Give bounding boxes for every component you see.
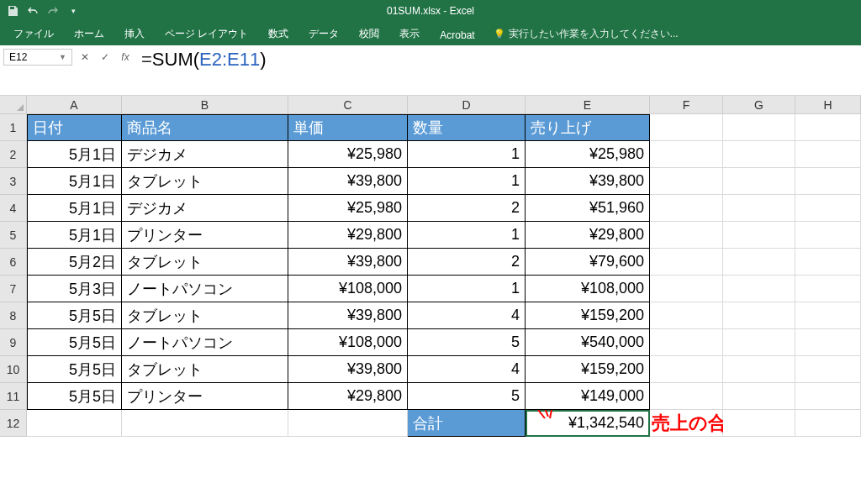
cell[interactable]: ¥25,980 [288, 141, 408, 168]
cell[interactable] [723, 356, 795, 383]
cell[interactable] [650, 329, 723, 356]
cell[interactable] [723, 168, 795, 195]
col-header-C[interactable]: C [288, 96, 408, 114]
cell[interactable] [795, 410, 861, 437]
cell[interactable] [723, 222, 795, 249]
cell[interactable]: プリンター [122, 222, 288, 249]
cell[interactable]: ¥51,960 [526, 195, 650, 222]
cell[interactable] [795, 249, 861, 276]
cell[interactable]: ¥108,000 [288, 276, 408, 302]
col-header-D[interactable]: D [408, 96, 526, 114]
cell[interactable]: ¥149,000 [526, 383, 650, 410]
tab-pagelayout[interactable]: ページ レイアウト [155, 23, 258, 45]
cell[interactable]: ¥25,980 [526, 141, 650, 168]
cell[interactable] [723, 302, 795, 329]
cell[interactable] [795, 356, 861, 383]
row-header-10[interactable]: 10 [0, 356, 27, 383]
insert-function-icon[interactable]: fx [116, 49, 135, 66]
cell[interactable] [723, 383, 795, 410]
cell[interactable] [723, 276, 795, 302]
cell[interactable]: タブレット [122, 356, 288, 383]
cell[interactable]: 5月2日 [27, 249, 122, 276]
tab-review[interactable]: 校閲 [349, 23, 389, 45]
cell[interactable]: ¥29,800 [288, 383, 408, 410]
row-header-8[interactable]: 8 [0, 302, 27, 329]
cell[interactable]: ¥29,800 [288, 222, 408, 249]
col-header-H[interactable]: H [795, 96, 861, 114]
cell[interactable] [650, 195, 723, 222]
cell[interactable]: 5月3日 [27, 276, 122, 302]
cell-C1[interactable]: 単価 [288, 114, 408, 141]
cell[interactable] [288, 410, 408, 437]
tab-file[interactable]: ファイル [3, 23, 64, 45]
enter-icon[interactable]: ✓ [96, 49, 114, 66]
cell[interactable]: ¥25,980 [288, 195, 408, 222]
cell[interactable]: ¥108,000 [288, 329, 408, 356]
cell[interactable]: 5 [408, 329, 526, 356]
cell[interactable]: ノートパソコン [122, 329, 288, 356]
cell[interactable]: ¥79,600 [526, 249, 650, 276]
cell[interactable]: 5月1日 [27, 141, 122, 168]
cell[interactable] [723, 195, 795, 222]
redo-icon[interactable] [45, 3, 61, 18]
cell[interactable]: ¥159,200 [526, 356, 650, 383]
cell-B1[interactable]: 商品名 [122, 114, 288, 141]
tell-me-search[interactable]: 💡 実行したい作業を入力してください... [485, 23, 687, 45]
cell[interactable]: タブレット [122, 168, 288, 195]
cell[interactable]: 5月1日 [27, 222, 122, 249]
tab-home[interactable]: ホーム [64, 23, 114, 45]
cell[interactable]: ¥108,000 [526, 276, 650, 302]
cell[interactable]: ¥540,000 [526, 329, 650, 356]
cell[interactable]: 5月5日 [27, 383, 122, 410]
cell[interactable] [723, 141, 795, 168]
cell-F1[interactable] [650, 114, 723, 141]
tab-acrobat[interactable]: Acrobat [430, 25, 484, 45]
qat-customize-icon[interactable]: ▾ [66, 3, 81, 18]
cell[interactable]: 1 [408, 141, 526, 168]
tab-view[interactable]: 表示 [389, 23, 430, 45]
cell[interactable]: 4 [408, 302, 526, 329]
cell[interactable] [795, 195, 861, 222]
cell[interactable] [723, 329, 795, 356]
cell[interactable] [122, 410, 288, 437]
cell[interactable]: 5 [408, 383, 526, 410]
cell[interactable]: ¥39,800 [288, 168, 408, 195]
row-header-4[interactable]: 4 [0, 195, 27, 222]
cell[interactable]: 5月1日 [27, 195, 122, 222]
row-header-2[interactable]: 2 [0, 141, 27, 168]
cell[interactable] [650, 222, 723, 249]
row-header-3[interactable]: 3 [0, 168, 27, 195]
cell[interactable] [650, 276, 723, 302]
cell[interactable]: ¥159,200 [526, 302, 650, 329]
cell[interactable] [650, 168, 723, 195]
cell[interactable] [650, 383, 723, 410]
cell[interactable] [795, 302, 861, 329]
save-icon[interactable] [5, 3, 20, 18]
cell[interactable] [650, 302, 723, 329]
cell-D1[interactable]: 数量 [408, 114, 526, 141]
row-header-7[interactable]: 7 [0, 276, 27, 302]
cell-total-label[interactable]: 合計 [408, 410, 526, 437]
cell[interactable]: 2 [408, 195, 526, 222]
row-header-9[interactable]: 9 [0, 329, 27, 356]
cell-A1[interactable]: 日付 [27, 114, 122, 141]
cell[interactable]: デジカメ [122, 195, 288, 222]
cell[interactable]: 1 [408, 276, 526, 302]
cell[interactable] [795, 383, 861, 410]
col-header-F[interactable]: F [650, 96, 723, 114]
cell[interactable] [650, 356, 723, 383]
row-header-1[interactable]: 1 [0, 114, 27, 141]
col-header-E[interactable]: E [526, 96, 650, 114]
cell[interactable]: タブレット [122, 302, 288, 329]
cell[interactable] [723, 249, 795, 276]
cell[interactable] [795, 276, 861, 302]
col-header-A[interactable]: A [27, 96, 122, 114]
cell[interactable]: 5月5日 [27, 302, 122, 329]
tab-formulas[interactable]: 数式 [258, 23, 298, 45]
select-all-triangle[interactable] [0, 96, 27, 114]
cell-E12[interactable]: ¥1,342,540 [526, 410, 650, 437]
col-header-G[interactable]: G [723, 96, 795, 114]
cell[interactable]: 5月5日 [27, 329, 122, 356]
cell[interactable]: 5月1日 [27, 168, 122, 195]
cell[interactable]: プリンター [122, 383, 288, 410]
